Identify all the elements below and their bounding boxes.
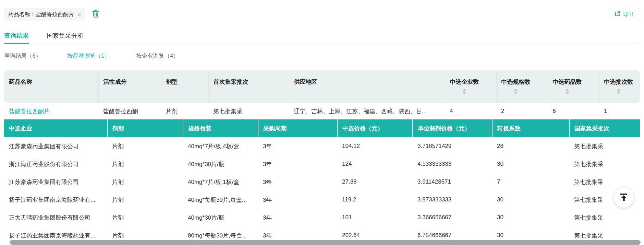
cell-enterprise-count: 4 xyxy=(445,103,496,119)
sort-control[interactable] xyxy=(566,89,569,94)
column-header-drug-name: 药品名称 xyxy=(4,70,98,103)
cell-price: 104.12 xyxy=(337,137,413,155)
export-button[interactable]: 导出 xyxy=(609,8,639,21)
caret-down-icon xyxy=(617,92,620,94)
cell-dosage-form: 片剂 xyxy=(107,173,183,191)
filter-group: 药品名称：盐酸鲁拉西酮片 × xyxy=(4,8,99,21)
column-header-winning-enterprise: 中选企业 xyxy=(4,119,107,137)
sort-control[interactable] xyxy=(463,89,466,94)
tab-national-procurement-analysis[interactable]: 国家集采分析 xyxy=(47,30,84,44)
delete-filters-button[interactable] xyxy=(92,10,99,19)
back-to-top-icon xyxy=(619,192,628,203)
column-header-national-batch: 国家集采批次 xyxy=(569,119,640,137)
subtab-query-results[interactable]: 查询结果（6） xyxy=(4,52,41,60)
sub-tabs: 查询结果（6） 按品种浏览（1） 按企业浏览（4） xyxy=(4,51,179,60)
cell-drug-count: 6 xyxy=(548,103,599,119)
column-header-winning-drug-count: 中选药品数 xyxy=(548,70,599,103)
subtab-label: 查询结果（6） xyxy=(4,52,41,59)
cell-period: 3年 xyxy=(258,191,337,209)
export-icon xyxy=(615,11,620,18)
table-row: 江苏豪森药业集团有限公司 片剂 40mg*7片/板,4板/盒 3年 104.12… xyxy=(4,137,640,155)
table-row: 正大天晴药业集团股份有限公司 片剂 40mg*30片/瓶 3年 101 3.36… xyxy=(4,209,640,226)
filter-tag-label: 药品名称：盐酸鲁拉西酮片 xyxy=(8,11,74,18)
caret-up-icon xyxy=(463,89,466,91)
cell-spec: 40mg*每瓶30片,每盒... xyxy=(183,191,258,209)
cell-factor: 30 xyxy=(492,155,569,173)
column-header-active-ingredient: 活性成分 xyxy=(98,70,161,103)
column-header-winning-batch-count: 中选批次数 xyxy=(599,70,640,103)
column-header-conversion-factor: 转换系数 xyxy=(492,119,569,137)
column-header-first-batch: 首次集采批次 xyxy=(208,70,289,103)
cell-period: 3年 xyxy=(258,209,337,226)
cell-supply-region: 辽宁、吉林、上海、江苏、福建、西藏、陕西、甘... xyxy=(289,103,445,119)
subtab-browse-by-enterprise[interactable]: 按企业浏览（4） xyxy=(136,52,179,60)
cell-unit-price: 4.133333333 xyxy=(413,155,492,173)
caret-down-icon xyxy=(463,92,466,94)
cell-active-ingredient: 盐酸鲁拉西酮 xyxy=(98,103,161,119)
table-row: 扬子江药业集团南京海陵药业有... 片剂 40mg*每瓶30片,每盒... 3年… xyxy=(4,191,640,209)
export-button-label: 导出 xyxy=(623,11,634,18)
cell-batch: 第七批集采 xyxy=(569,137,640,155)
cell-dosage-form: 片剂 xyxy=(161,103,208,119)
column-header-winning-spec-count: 中选规格数 xyxy=(496,70,548,103)
tab-label: 国家集采分析 xyxy=(47,32,84,40)
caret-up-icon xyxy=(514,89,518,91)
caret-up-icon xyxy=(566,89,569,91)
cell-unit-price: 3.718571429 xyxy=(413,137,492,155)
cell-price: 119.2 xyxy=(337,191,413,209)
back-to-top-button[interactable] xyxy=(614,188,634,208)
cell-dosage-form: 片剂 xyxy=(107,155,183,173)
detail-table: 中选企业 剂型 规格包装 采购周期 中选价格（元） 单位制剂价格（元） 转换系数… xyxy=(4,119,640,244)
table-row: 浙江海正药业股份有限公司 片剂 40mg*30片/瓶 3年 124 4.1333… xyxy=(4,155,640,173)
cell-batch: 第七批集采 xyxy=(569,173,640,191)
caret-down-icon xyxy=(566,92,569,94)
cell-batch: 第七批集采 xyxy=(569,209,640,226)
cell-company: 江苏豪森药业集团有限公司 xyxy=(4,137,107,155)
summary-header-row: 药品名称 活性成分 剂型 首次集采批次 供应地区 中选企业数 中选规格数 中选药… xyxy=(4,70,640,103)
cell-spec: 40mg*7片/板,1板/盒 xyxy=(183,173,258,191)
column-header-winning-price: 中选价格（元） xyxy=(337,119,413,137)
cell-spec: 40mg*7片/板,4板/盒 xyxy=(183,137,258,155)
cell-unit-price: 3.366666667 xyxy=(413,209,492,226)
cell-period: 3年 xyxy=(258,155,337,173)
trash-icon xyxy=(92,10,99,19)
cell-price: 101 xyxy=(337,209,413,226)
cell-drug-name: 盐酸鲁拉西酮片 xyxy=(4,103,98,119)
column-header-dosage-form: 剂型 xyxy=(107,119,183,137)
caret-down-icon xyxy=(514,92,518,94)
cell-unit-price: 3.911428571 xyxy=(413,173,492,191)
cell-factor: 30 xyxy=(492,209,569,226)
column-header-spec-package: 规格包装 xyxy=(183,119,258,137)
cell-factor: 7 xyxy=(492,173,569,191)
cell-dosage-form: 片剂 xyxy=(107,137,183,155)
cell-period: 3年 xyxy=(258,173,337,191)
table-row: 江苏豪森药业集团有限公司 片剂 40mg*7片/板,1板/盒 3年 27.38 … xyxy=(4,173,640,191)
cell-factor: 30 xyxy=(492,191,569,209)
cell-spec: 40mg*30片/瓶 xyxy=(183,209,258,226)
cell-company: 正大天晴药业集团股份有限公司 xyxy=(4,209,107,226)
cell-price: 27.38 xyxy=(337,173,413,191)
subtab-label: 按企业浏览（4） xyxy=(136,52,179,59)
horizontal-scrollbar-thumb[interactable] xyxy=(10,240,641,245)
cell-dosage-form: 片剂 xyxy=(107,191,183,209)
tab-query-results[interactable]: 查询结果 xyxy=(4,30,29,44)
sort-control[interactable] xyxy=(514,89,518,94)
page: 药品名称：盐酸鲁拉西酮片 × xyxy=(0,0,644,245)
summary-row: 盐酸鲁拉西酮片 盐酸鲁拉西酮 片剂 第七批集采 辽宁、吉林、上海、江苏、福建、西… xyxy=(4,103,640,119)
cell-dosage-form: 片剂 xyxy=(107,209,183,226)
column-header-winning-enterprise-count: 中选企业数 xyxy=(445,70,496,103)
drug-name-link[interactable]: 盐酸鲁拉西酮片 xyxy=(9,108,50,115)
summary-table: 药品名称 活性成分 剂型 首次集采批次 供应地区 中选企业数 中选规格数 中选药… xyxy=(4,70,640,119)
cell-spec-count: 2 xyxy=(496,103,548,119)
cell-company: 江苏豪森药业集团有限公司 xyxy=(4,173,107,191)
close-icon[interactable]: × xyxy=(77,12,81,18)
sort-control[interactable] xyxy=(617,89,620,94)
subtab-label: 按品种浏览（1） xyxy=(67,52,110,59)
column-header-dosage-form: 剂型 xyxy=(161,70,208,103)
top-filter-bar: 药品名称：盐酸鲁拉西酮片 × xyxy=(4,8,639,21)
cell-factor: 28 xyxy=(492,137,569,155)
tab-label: 查询结果 xyxy=(4,32,29,40)
subtab-browse-by-variety[interactable]: 按品种浏览（1） xyxy=(67,52,110,60)
filter-tag-drug-name: 药品名称：盐酸鲁拉西酮片 × xyxy=(4,8,85,21)
cell-price: 124 xyxy=(337,155,413,173)
